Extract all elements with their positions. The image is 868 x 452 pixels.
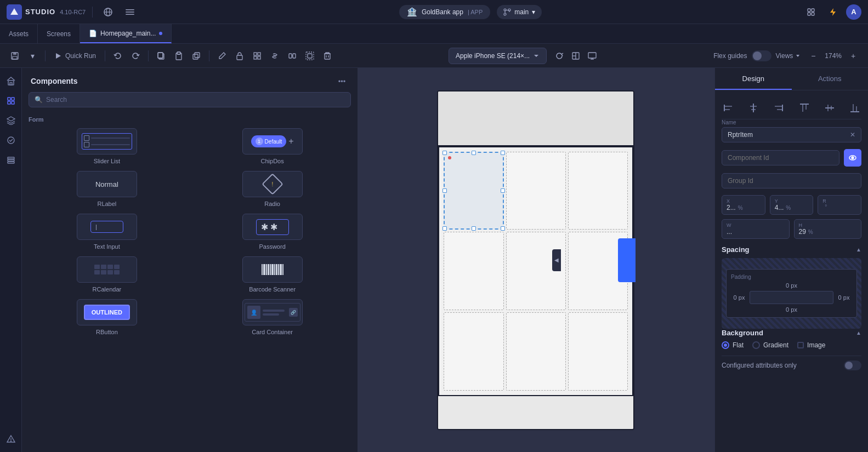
grid-cell-selected[interactable]: [444, 152, 503, 230]
chipdos-preview[interactable]: 1 Default +: [242, 128, 303, 155]
align-top-btn[interactable]: [798, 101, 811, 115]
bg-image-option[interactable]: Image: [797, 341, 825, 349]
grid-cell[interactable]: [568, 152, 628, 230]
layout-icon-btn[interactable]: [568, 48, 584, 64]
paste-btn[interactable]: [171, 48, 187, 64]
lightning-icon-btn[interactable]: [824, 3, 842, 21]
save-dropdown-btn[interactable]: ▾: [24, 48, 41, 64]
tab-actions[interactable]: Actions: [792, 68, 869, 90]
align-middle-v-btn[interactable]: [823, 101, 836, 115]
unlink-btn[interactable]: [284, 48, 300, 64]
handle-ml[interactable]: [442, 188, 447, 193]
align-right-btn[interactable]: [772, 101, 785, 115]
list-item: ! Radio: [194, 171, 351, 207]
handle-tl[interactable]: [442, 151, 447, 155]
name-input[interactable]: [728, 131, 847, 139]
group-id-group: [722, 173, 861, 188]
zoom-in-btn[interactable]: +: [845, 48, 861, 64]
spacing-collapse-btn[interactable]: ▲: [856, 247, 861, 253]
grid-cell[interactable]: [506, 312, 566, 391]
radio-preview[interactable]: !: [242, 171, 303, 197]
visibility-toggle-btn[interactable]: [844, 149, 861, 167]
link-btn[interactable]: [266, 48, 283, 64]
tab-assets[interactable]: Assets: [0, 24, 38, 43]
tab-screens[interactable]: Screens: [38, 24, 80, 43]
user-avatar-btn[interactable]: A: [846, 4, 861, 20]
bg-flat-option[interactable]: Flat: [722, 341, 744, 349]
barcode-preview[interactable]: [242, 256, 303, 283]
delete-btn[interactable]: [319, 48, 336, 64]
textinput-preview[interactable]: |: [77, 214, 137, 240]
slider-list-preview[interactable]: [77, 128, 137, 155]
bg-collapse-btn[interactable]: ▲: [856, 330, 861, 336]
handle-mr[interactable]: [501, 188, 505, 193]
branch-selector[interactable]: main ▾: [497, 5, 542, 19]
h-field: H 29 %: [794, 219, 862, 239]
name-close-btn[interactable]: ✕: [850, 131, 855, 139]
sidebar-data-btn[interactable]: [2, 151, 20, 169]
quick-run-button[interactable]: Quick Run: [50, 52, 100, 60]
card-container-label: Card Container: [252, 329, 293, 335]
save-btn[interactable]: [7, 48, 23, 64]
bg-gradient-radio[interactable]: [752, 341, 760, 349]
sidebar-home-btn[interactable]: [2, 72, 20, 90]
search-input[interactable]: [46, 96, 345, 104]
spacing-widget: Padding 0 px 0 px 0 px 0 px: [722, 258, 861, 329]
handle-tr[interactable]: [501, 151, 505, 155]
project-selector[interactable]: 🏦 GoldBank app | APP: [399, 5, 490, 19]
undo-btn[interactable]: [110, 48, 126, 64]
canvas-area[interactable]: ◀: [358, 68, 715, 452]
sidebar-layers-btn[interactable]: [2, 112, 20, 129]
grid-cell[interactable]: [444, 312, 503, 391]
bg-flat-radio[interactable]: [722, 341, 729, 349]
tab-homepage[interactable]: 📄 Homepage_main...: [80, 24, 172, 43]
tab-design[interactable]: Design: [715, 68, 792, 90]
panel-collapse-btn[interactable]: ◀: [552, 249, 561, 271]
handle-br[interactable]: [501, 226, 505, 231]
redo-btn[interactable]: [127, 48, 144, 64]
panel-menu-btn[interactable]: •••: [336, 75, 349, 88]
bg-gradient-option[interactable]: Gradient: [752, 341, 788, 349]
views-dropdown-btn[interactable]: Views: [776, 52, 801, 60]
align-bottom-btn[interactable]: [848, 101, 861, 115]
align-center-h-btn[interactable]: [747, 101, 760, 115]
menu-icon-btn[interactable]: [121, 3, 139, 21]
grid-cell[interactable]: [506, 152, 566, 230]
y-field: Y 4... %: [770, 195, 814, 215]
align-left-btn[interactable]: [722, 101, 735, 115]
monitor-icon-btn[interactable]: [584, 48, 600, 64]
edit-tool-btn[interactable]: [214, 48, 230, 64]
handle-bc[interactable]: [472, 226, 476, 231]
card-container-preview[interactable]: 👤 🔗: [242, 299, 303, 325]
rcalendar-preview[interactable]: [77, 256, 137, 283]
globe-icon-btn[interactable]: [99, 3, 117, 21]
sidebar-warning-btn[interactable]: [2, 430, 20, 448]
copy-btn[interactable]: [153, 48, 169, 64]
lock-btn[interactable]: [231, 48, 248, 64]
sidebar-components-btn[interactable]: [2, 92, 20, 110]
zoom-out-btn[interactable]: −: [805, 48, 821, 64]
component-btn[interactable]: [249, 48, 265, 64]
name-field-group: Name ✕: [722, 119, 861, 142]
component-id-input[interactable]: [722, 150, 839, 165]
group-btn[interactable]: [302, 48, 318, 64]
refresh-btn[interactable]: [551, 48, 568, 64]
device-selector[interactable]: Apple iPhone SE (214×...: [449, 48, 547, 64]
list-item: Normal RLabel: [29, 171, 185, 207]
group-id-input[interactable]: [722, 173, 861, 188]
rlabel-preview[interactable]: Normal: [77, 171, 137, 197]
password-preview[interactable]: ✱✱: [242, 214, 303, 240]
grid-cell[interactable]: [444, 232, 503, 310]
grid-cell[interactable]: [568, 312, 628, 391]
rbutton-preview[interactable]: OUTLINED: [77, 299, 137, 325]
blue-tab-handle[interactable]: [618, 238, 636, 282]
handle-bl[interactable]: [442, 226, 447, 231]
duplicate-btn[interactable]: [188, 48, 205, 64]
handle-tc[interactable]: [472, 151, 476, 155]
bg-image-checkbox[interactable]: [797, 342, 804, 348]
main-layout: Components ••• 🔍 Form: [0, 68, 868, 452]
flex-guides-toggle[interactable]: [752, 50, 771, 61]
sidebar-assets-btn[interactable]: [2, 131, 20, 149]
extensions-icon-btn[interactable]: [802, 3, 820, 21]
config-attrs-toggle[interactable]: [844, 361, 861, 370]
